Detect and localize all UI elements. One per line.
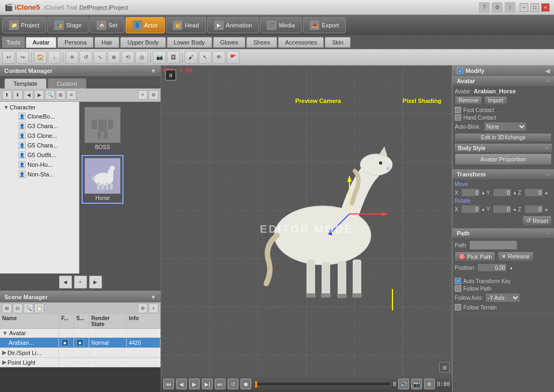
- hand-contact-check[interactable]: [455, 114, 461, 121]
- playback-export[interactable]: 📷: [411, 379, 422, 389]
- nav-stage[interactable]: 🎭 Stage: [47, 17, 89, 33]
- position-up[interactable]: ▲: [509, 265, 513, 270]
- tab-avatar[interactable]: Avatar: [26, 37, 57, 48]
- playback-beginning[interactable]: ⏮: [163, 379, 174, 389]
- scale-button[interactable]: ⤡: [93, 51, 106, 64]
- playback-prev[interactable]: ◀: [176, 379, 187, 389]
- move-button[interactable]: ✛: [65, 51, 78, 64]
- expand-pointlight[interactable]: ▶: [2, 359, 6, 366]
- thumb-boss[interactable]: BOSS: [82, 104, 123, 153]
- render-button[interactable]: 🖼: [167, 51, 180, 64]
- browse-btn-1[interactable]: ⬆: [2, 90, 12, 100]
- tree-item-clonebo[interactable]: 👤 CloneBo...: [1, 112, 78, 121]
- visibility-button[interactable]: 👁: [213, 51, 225, 64]
- nav-set[interactable]: 🏠 Set: [90, 17, 125, 33]
- playback-play[interactable]: ▶: [189, 379, 200, 389]
- tree-item-nonhu[interactable]: 👤 Non-Hu...: [1, 160, 78, 169]
- flag-button[interactable]: 🚩: [227, 51, 239, 64]
- rotate-x-input[interactable]: [461, 205, 480, 213]
- manip-button[interactable]: ⟲: [121, 51, 134, 64]
- tab-skin[interactable]: Skin: [325, 37, 350, 48]
- browse-btn-3[interactable]: ◀: [24, 90, 33, 100]
- follow-terrain-check[interactable]: [455, 304, 461, 310]
- move-z-up[interactable]: ▲: [544, 190, 549, 195]
- transform-button[interactable]: ⊕: [107, 51, 120, 64]
- tab-lowerbody[interactable]: Lower Body: [167, 37, 212, 48]
- move-z-input[interactable]: [524, 188, 543, 197]
- maximize-button[interactable]: □: [530, 3, 539, 12]
- browse-add[interactable]: +: [138, 90, 148, 100]
- scene-tb-1[interactable]: ⊞: [2, 304, 12, 313]
- body-style-collapse[interactable]: −: [545, 145, 549, 151]
- scene-manager-close[interactable]: ▼: [150, 294, 156, 300]
- foot-contact-check[interactable]: [455, 107, 461, 113]
- expand-avatar[interactable]: ▼: [2, 330, 8, 336]
- settings-icon[interactable]: ⚙: [492, 2, 502, 13]
- nav-head[interactable]: 👑 Head: [166, 17, 206, 33]
- playback-more[interactable]: ⚙: [424, 379, 435, 389]
- content-nav-left[interactable]: ◀: [59, 276, 72, 289]
- camera-button[interactable]: 📷: [153, 51, 166, 64]
- close-button[interactable]: ×: [541, 3, 550, 12]
- tab-hair[interactable]: Hair: [94, 37, 119, 48]
- nav-project[interactable]: 📁 Project: [2, 17, 46, 33]
- arabian-f-check[interactable]: ■: [61, 339, 69, 346]
- rotate-y-up[interactable]: ▲: [513, 207, 517, 212]
- info-icon[interactable]: i: [505, 2, 515, 13]
- browse-btn-5[interactable]: 🔍: [45, 90, 55, 100]
- redo-button[interactable]: ↪: [16, 51, 29, 64]
- path-collapse-icon[interactable]: −: [546, 231, 550, 236]
- tree-item-g3char[interactable]: 👤 G3 Chara...: [1, 121, 78, 131]
- playback-loop[interactable]: ↺: [228, 379, 238, 389]
- tools-button[interactable]: Tools: [2, 37, 25, 48]
- expand-dirspot[interactable]: ▶: [2, 349, 6, 356]
- move-x-up[interactable]: ▲: [481, 190, 485, 195]
- paint-button[interactable]: 🖌: [185, 51, 198, 64]
- reset-button[interactable]: ◎: [135, 51, 148, 64]
- help-icon[interactable]: ?: [479, 2, 490, 13]
- rotate-z-input[interactable]: [524, 205, 543, 213]
- rotate-button[interactable]: ↺: [79, 51, 92, 64]
- down-button[interactable]: ↓: [48, 51, 61, 64]
- modify-enable-check[interactable]: ✓: [457, 68, 463, 74]
- scene-tb-3[interactable]: 🔍: [24, 304, 33, 313]
- browse-settings[interactable]: ⚙: [149, 90, 158, 100]
- import-button[interactable]: Import: [484, 96, 507, 105]
- scene-row-arabian[interactable]: Arabian... ■ ■ Normal 4420: [0, 338, 161, 348]
- content-add-btn[interactable]: +: [74, 276, 87, 289]
- playback-end[interactable]: ⏭: [215, 379, 225, 389]
- avatar-section-header[interactable]: Avatar −: [453, 76, 554, 86]
- browse-btn-6[interactable]: ⊞: [56, 90, 65, 100]
- follow-axis-select[interactable]: -Y Axis +Y Axis -X Axis +X Axis -Z Axis …: [485, 293, 520, 302]
- tab-template[interactable]: Template: [4, 78, 47, 88]
- path-input-field[interactable]: [469, 240, 517, 250]
- nav-actor[interactable]: 👤 Actor: [126, 17, 165, 33]
- home-button[interactable]: 🏠: [34, 51, 47, 64]
- tab-custom[interactable]: Custom: [48, 78, 86, 88]
- release-path-button[interactable]: ✕ Release: [498, 252, 533, 262]
- minimize-button[interactable]: −: [520, 3, 528, 12]
- content-manager-close[interactable]: ▼: [150, 68, 156, 74]
- tab-shoes[interactable]: Shoes: [246, 37, 277, 48]
- scene-tb-4[interactable]: 📋: [34, 304, 44, 313]
- modify-collapse[interactable]: ◀: [545, 68, 550, 74]
- undo-button[interactable]: ↩: [2, 51, 15, 64]
- nav-media[interactable]: 🎵 Media: [260, 17, 302, 33]
- tab-persona[interactable]: Persona: [57, 37, 93, 48]
- pick-path-button[interactable]: 🎯 Pick Path: [455, 252, 495, 262]
- scene-cell-arabian-s[interactable]: ■: [74, 338, 89, 347]
- body-style-bar[interactable]: Body Style −: [455, 144, 552, 152]
- scene-row-pointlight[interactable]: ▶ Point Light: [0, 358, 161, 367]
- tree-item-nonsta[interactable]: 👤 Non-Sta...: [1, 169, 78, 179]
- tab-accessories[interactable]: Accessories: [278, 37, 324, 48]
- tree-item-g5char[interactable]: 👤 G5 Chara...: [1, 140, 78, 150]
- tree-item-g5outfit[interactable]: 👤 G5 Outfit...: [1, 150, 78, 160]
- position-input[interactable]: [477, 263, 507, 272]
- move-y-up[interactable]: ▲: [513, 190, 517, 195]
- playback-next[interactable]: ▶|: [202, 379, 213, 389]
- thumb-horse[interactable]: Horse: [82, 155, 123, 204]
- tree-item-g3clone[interactable]: 👤 G3 Clone...: [1, 131, 78, 140]
- pause-overlay-button[interactable]: ⏸: [165, 70, 176, 80]
- browse-btn-2[interactable]: ⬇: [13, 90, 23, 100]
- auto-transform-key-check[interactable]: ✓: [455, 278, 461, 284]
